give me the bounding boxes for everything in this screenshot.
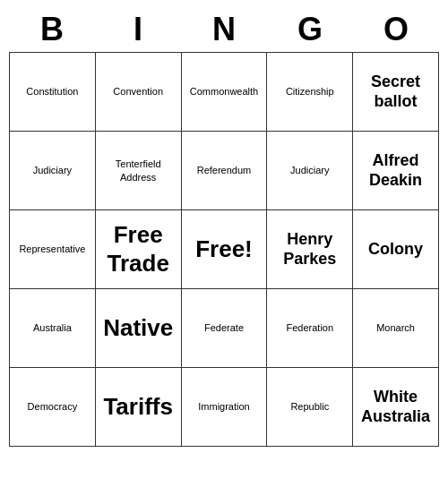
bingo-letter-B: B [9,7,95,52]
bingo-cell-17: Federate [182,289,268,368]
bingo-cell-13: Henry Parkes [267,210,353,289]
bingo-header: BINGO [9,7,439,52]
bingo-card: BINGO ConstitutionConventionCommonwealth… [9,7,439,447]
bingo-cell-12: Free! [182,210,268,289]
bingo-cell-22: Immigration [182,368,268,447]
bingo-cell-19: Monarch [353,289,439,368]
bingo-cell-24: White Australia [353,368,439,447]
bingo-cell-7: Referendum [182,132,268,210]
bingo-cell-4: Secret ballot [353,53,439,132]
bingo-letter-I: I [95,7,181,52]
bingo-cell-9: Alfred Deakin [353,132,439,210]
bingo-cell-18: Federation [267,289,353,368]
bingo-letter-G: G [267,7,353,52]
bingo-cell-11: Free Trade [96,210,182,289]
bingo-cell-0: Constitution [10,53,96,132]
bingo-cell-2: Commonwealth [182,53,268,132]
bingo-cell-21: Tariffs [96,368,182,447]
bingo-cell-15: Australia [10,289,96,368]
bingo-cell-14: Colony [353,210,439,289]
bingo-cell-10: Representative [10,210,96,289]
bingo-cell-20: Democracy [10,368,96,447]
bingo-cell-1: Convention [96,53,182,132]
bingo-cell-23: Republic [267,368,353,447]
bingo-cell-6: Tenterfield Address [96,132,182,210]
bingo-letter-O: O [353,7,439,52]
bingo-cell-3: Citizenship [267,53,353,132]
bingo-cell-16: Native [96,289,182,368]
bingo-cell-8: Judiciary [267,132,353,210]
bingo-letter-N: N [181,7,267,52]
bingo-cell-5: Judiciary [10,132,96,210]
bingo-grid: ConstitutionConventionCommonwealthCitize… [9,52,439,447]
